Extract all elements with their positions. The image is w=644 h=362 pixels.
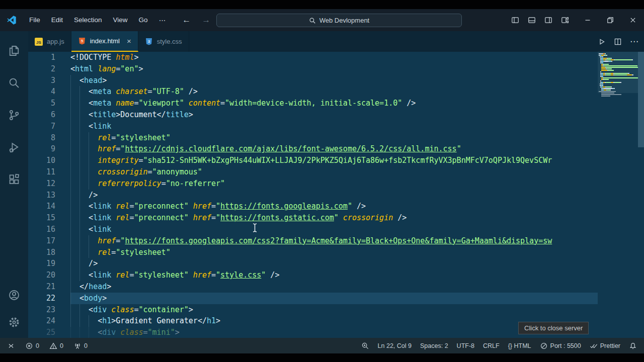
command-center-search[interactable]: Web Devlopment: [216, 14, 462, 27]
activity-settings[interactable]: [0, 310, 28, 335]
status-item-crlf[interactable]: CRLF: [483, 342, 500, 349]
back-arrow-icon[interactable]: ←: [182, 15, 191, 25]
minimize-button[interactable]: [576, 9, 599, 31]
activity-account[interactable]: [0, 283, 28, 308]
line-number: 20: [28, 269, 55, 281]
activity-source-control[interactable]: [0, 103, 28, 128]
indent-guide: [89, 178, 89, 190]
search-icon: [309, 17, 316, 24]
code-line[interactable]: 17 href="https://fonts.googleapis.com/cs…: [28, 235, 598, 247]
code-line[interactable]: 9 href="https://cdnjs.cloudflare.com/aja…: [28, 143, 598, 155]
code-line[interactable]: 1<!DOCTYPE html>: [28, 52, 598, 63]
indent-guide: [79, 258, 80, 269]
code-line[interactable]: 11 crossorigin="anonymous": [28, 166, 598, 178]
indent-guide: [79, 269, 80, 281]
vscode-logo-icon: [7, 15, 17, 25]
status-label: Ln 22, Col 9: [378, 342, 412, 349]
code-line[interactable]: 12 referrerpolicy="no-referrer": [28, 178, 598, 190]
code-line[interactable]: 15 <link rel="preconnect" href="https://…: [28, 212, 598, 224]
indent-guide: [89, 155, 89, 166]
status-item-port-5500[interactable]: Port : 5500: [540, 342, 581, 350]
indent-guide: [79, 98, 80, 109]
menu-go[interactable]: Go: [133, 14, 153, 27]
more-icon[interactable]: ⋯: [630, 36, 639, 47]
status-item-bell[interactable]: [629, 342, 637, 350]
code-line[interactable]: 22 <body>: [28, 293, 598, 304]
panel-bottom-icon[interactable]: [528, 16, 536, 24]
menu-edit[interactable]: Edit: [46, 14, 68, 27]
status-item-prettier[interactable]: Prettier: [590, 342, 620, 350]
indent-guide: [70, 235, 71, 247]
panel-right-icon[interactable]: [544, 16, 552, 24]
status-label: Port : 5500: [550, 342, 581, 349]
tab-index.html[interactable]: 5index.html×: [71, 31, 138, 52]
menu-view[interactable]: View: [108, 14, 133, 27]
layout-icon[interactable]: [561, 16, 569, 24]
code-line[interactable]: 19 />: [28, 258, 598, 269]
activity-files[interactable]: [0, 38, 28, 63]
run-debug-icon: [8, 141, 20, 153]
code-line[interactable]: 5 <meta name="viewport" content="width=d…: [28, 98, 598, 109]
activity-run-debug[interactable]: [0, 135, 28, 160]
code-line[interactable]: 10 integrity="sha512-SnH5WK+bZxgPHs44uWI…: [28, 155, 598, 166]
code-line[interactable]: 8 rel="stylesheet": [28, 132, 598, 144]
double-check-icon: [590, 342, 598, 350]
code-line[interactable]: 24 <h1>Gradient Generater</h1>: [28, 315, 598, 327]
indent-guide: [79, 212, 80, 224]
code-line[interactable]: 20 <link rel="stylesheet" href="style.cs…: [28, 269, 598, 281]
restore-button[interactable]: [599, 9, 621, 31]
indent-guide: [70, 178, 71, 190]
line-number: 22: [28, 293, 55, 304]
status-item-ln-22-col-9[interactable]: Ln 22, Col 9: [378, 342, 412, 349]
code-line[interactable]: 21 </head>: [28, 281, 598, 293]
minimize-icon: [584, 16, 592, 24]
code-line[interactable]: 25 <div class="mini">: [28, 327, 598, 338]
minimap[interactable]: [598, 52, 638, 338]
status-item-zoom-in[interactable]: [361, 342, 369, 350]
status-item-0[interactable]: 0: [25, 342, 39, 350]
code-line[interactable]: 3 <head>: [28, 75, 598, 86]
indent-guide: [70, 166, 71, 178]
code-line[interactable]: 14 <link rel="preconnect" href="https://…: [28, 201, 598, 212]
indent-guide: [70, 269, 71, 281]
split-icon[interactable]: [614, 38, 622, 46]
status-item-utf-8[interactable]: UTF-8: [457, 342, 474, 349]
indent-guide: [79, 132, 80, 144]
close-button[interactable]: [621, 9, 644, 31]
code-editor[interactable]: 1<!DOCTYPE html>2<html lang="en">3 <head…: [28, 52, 644, 338]
forward-arrow-icon[interactable]: →: [202, 15, 210, 25]
menu-selection[interactable]: Selection: [68, 14, 108, 27]
code-line[interactable]: 6 <title>Document</title>: [28, 109, 598, 121]
indent-guide: [79, 224, 80, 235]
activity-search[interactable]: [0, 70, 28, 96]
indent-guide: [70, 258, 71, 269]
code-line[interactable]: 18 rel="stylesheet": [28, 247, 598, 258]
status-item-remote[interactable]: [7, 342, 15, 350]
status-item-0[interactable]: 0: [49, 342, 63, 350]
activity-extensions[interactable]: [0, 167, 28, 192]
play-icon[interactable]: [598, 38, 606, 46]
tab-app.js[interactable]: JSapp.js: [28, 31, 71, 52]
code-line[interactable]: 16 <link: [28, 224, 598, 235]
line-content: rel="stylesheet": [70, 132, 598, 144]
panel-left-icon[interactable]: [511, 16, 519, 24]
tab-close-icon[interactable]: ×: [127, 37, 131, 45]
line-number: 18: [28, 247, 55, 258]
status-item-spaces-2[interactable]: Spaces: 2: [420, 342, 448, 349]
menu-file[interactable]: File: [24, 14, 46, 27]
vertical-scrollbar-thumb[interactable]: [638, 52, 644, 147]
code-line[interactable]: 4 <meta charset="UTF-8" />: [28, 86, 598, 98]
line-content: <title>Document</title>: [70, 109, 598, 121]
code-line[interactable]: 13 />: [28, 190, 598, 201]
status-item-0[interactable]: 0: [73, 342, 88, 350]
status-label: 0: [60, 342, 63, 349]
tab-style.css[interactable]: 3style.css: [138, 31, 189, 52]
title-right-controls: [511, 9, 644, 31]
menu-[interactable]: ⋯: [153, 14, 172, 27]
code-line[interactable]: 23 <div class="container">: [28, 304, 598, 316]
status-item--html[interactable]: {} HTML: [508, 342, 531, 349]
code-line[interactable]: 2<html lang="en">: [28, 63, 598, 75]
code-line[interactable]: 7 <link: [28, 121, 598, 132]
minimap-slider[interactable]: [598, 52, 638, 93]
bottom-letterbox: [0, 353, 644, 362]
